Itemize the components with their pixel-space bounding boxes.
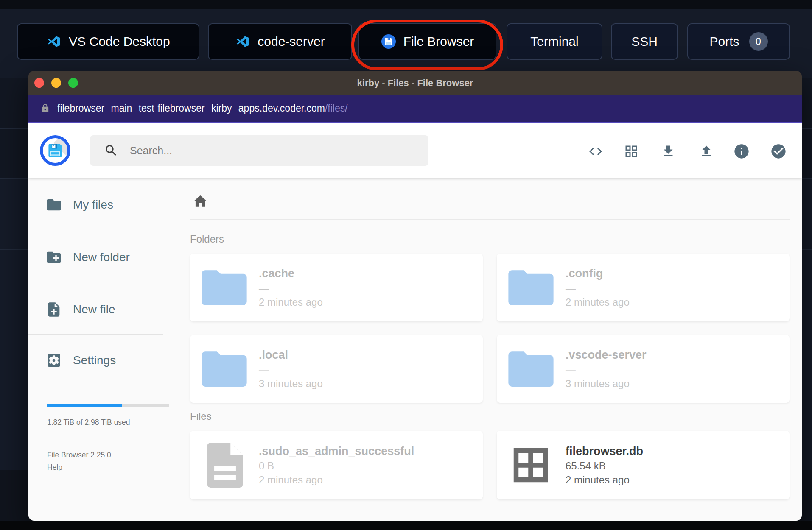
launch-button-label: Terminal [530, 34, 578, 49]
item-modified: 2 minutes ago [566, 295, 630, 309]
storage-usage-text: 1.82 TiB of 2.98 TiB used [47, 418, 130, 427]
folder-card-config[interactable]: .config — 2 minutes ago [497, 254, 790, 321]
item-size: — [259, 281, 323, 295]
check-circle-icon[interactable] [770, 143, 787, 160]
url-host: filebrowser--main--test-filebrowser--kir… [57, 103, 325, 114]
filebrowser-body: My files New folder New file Settings [28, 178, 802, 521]
launch-button-label: code-server [258, 34, 325, 49]
item-name: .cache [259, 266, 323, 281]
item-name: .vscode-server [566, 347, 647, 363]
folder-icon [45, 196, 62, 213]
item-size: — [566, 363, 647, 377]
minimize-window-button[interactable] [51, 78, 61, 88]
item-size: — [259, 363, 323, 377]
sidebar-item-new-file[interactable]: New file [45, 300, 115, 319]
help-link[interactable]: Help [47, 463, 62, 472]
folder-card-vscode-server[interactable]: .vscode-server — 3 minutes ago [497, 335, 790, 403]
folders-section-label: Folders [190, 233, 224, 245]
desktop-screen: VS Code Desktop code-server File Browser… [0, 0, 812, 530]
home-breadcrumb-icon[interactable] [192, 193, 208, 209]
item-size: 0 B [259, 459, 414, 473]
storage-progress-bar [47, 404, 169, 407]
grid-view-icon[interactable] [624, 144, 639, 159]
launch-button-label: File Browser [403, 34, 474, 49]
launch-button-label: VS Code Desktop [69, 34, 170, 49]
folder-icon [202, 269, 247, 305]
sidebar-item-label: Settings [73, 354, 116, 367]
terminal-button[interactable]: Terminal [507, 23, 602, 60]
code-server-button[interactable]: code-server [208, 23, 352, 60]
ssh-button[interactable]: SSH [611, 23, 678, 60]
file-plus-icon [45, 301, 62, 318]
code-icon[interactable] [588, 144, 603, 159]
item-size: — [566, 281, 630, 295]
download-icon[interactable] [661, 144, 676, 159]
zoom-window-button[interactable] [68, 78, 78, 88]
folder-icon [508, 269, 554, 305]
search-input[interactable]: Search... [90, 135, 428, 166]
vscode-desktop-button[interactable]: VS Code Desktop [17, 23, 199, 60]
ports-count-badge: 0 [749, 32, 768, 51]
vscode-logo-icon [46, 34, 62, 49]
folder-card-cache[interactable]: .cache — 2 minutes ago [190, 254, 483, 321]
file-card-sudo-as-admin[interactable]: .sudo_as_admin_successful 0 B 2 minutes … [190, 431, 483, 499]
sidebar-item-new-folder[interactable]: New folder [45, 248, 130, 267]
filebrowser-logo-icon [381, 34, 396, 49]
app-version-text: File Browser 2.25.0 [47, 451, 111, 460]
item-name: .config [566, 266, 630, 281]
files-section-label: Files [190, 410, 212, 422]
database-grid-icon [511, 446, 550, 485]
launch-button-label: SSH [631, 34, 658, 49]
folder-icon [202, 351, 247, 387]
browser-window: kirby - Files - File Browser filebrowser… [28, 71, 802, 521]
sidebar-item-label: New file [73, 303, 115, 316]
item-modified: 2 minutes ago [259, 473, 414, 487]
file-browser-button[interactable]: File Browser [358, 23, 496, 60]
breadcrumb-divider [190, 219, 790, 220]
item-name: .local [259, 347, 323, 363]
filebrowser-header: Search... [28, 123, 802, 178]
item-name: .sudo_as_admin_successful [259, 444, 414, 459]
sidebar-divider [28, 334, 163, 335]
sidebar-item-my-files[interactable]: My files [45, 195, 113, 215]
folder-card-local[interactable]: .local — 3 minutes ago [190, 335, 483, 403]
sidebar-item-label: My files [73, 198, 113, 212]
info-icon[interactable] [733, 143, 750, 160]
storage-progress-fill [47, 404, 122, 407]
launch-button-label: Ports [709, 34, 739, 49]
item-modified: 3 minutes ago [259, 377, 323, 391]
item-modified: 2 minutes ago [259, 295, 323, 309]
sidebar: My files New folder New file Settings [28, 178, 178, 521]
sidebar-divider [28, 231, 163, 231]
file-icon [207, 443, 243, 488]
folder-icon [508, 351, 554, 387]
item-modified: 3 minutes ago [566, 377, 647, 391]
sidebar-item-settings[interactable]: Settings [45, 351, 116, 370]
lock-icon [40, 103, 50, 113]
gear-icon [45, 352, 62, 369]
search-placeholder: Search... [130, 145, 172, 157]
url-path: /files/ [325, 103, 348, 114]
item-modified: 2 minutes ago [566, 473, 643, 487]
close-window-button[interactable] [34, 78, 44, 88]
filebrowser-logo [40, 135, 70, 166]
folder-plus-icon [45, 249, 62, 266]
floppy-disk-icon [46, 141, 64, 160]
window-titlebar: kirby - Files - File Browser [28, 71, 802, 95]
url-text: filebrowser--main--test-filebrowser--kir… [57, 103, 348, 114]
item-name: filebrowser.db [566, 444, 643, 459]
upload-icon[interactable] [699, 144, 714, 159]
address-bar[interactable]: filebrowser--main--test-filebrowser--kir… [28, 95, 802, 123]
bg-bottom-band [0, 521, 812, 530]
ports-button[interactable]: Ports 0 [687, 23, 790, 60]
vscode-logo-icon [235, 34, 250, 49]
window-title: kirby - Files - File Browser [28, 71, 802, 95]
item-size: 65.54 kB [566, 459, 643, 473]
bg-top-strip [0, 0, 812, 9]
file-listing: Folders .cache — 2 minutes ago .config — [178, 178, 802, 521]
search-icon [104, 143, 118, 158]
sidebar-item-label: New folder [73, 251, 130, 264]
file-card-filebrowser-db[interactable]: filebrowser.db 65.54 kB 2 minutes ago [497, 431, 790, 499]
